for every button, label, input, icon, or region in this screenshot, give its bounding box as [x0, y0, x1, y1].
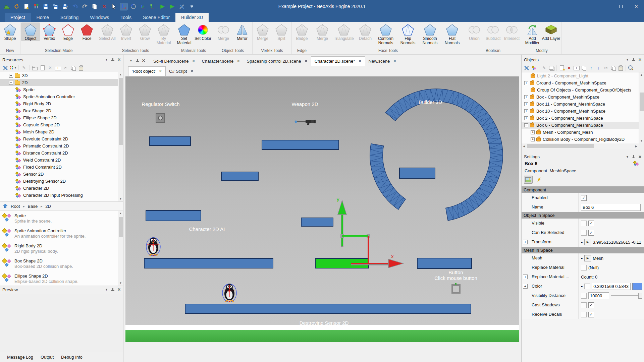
object-row-mesh[interactable]: +Mesh - Component_Mesh — [522, 129, 644, 136]
duplicate-icon[interactable] — [580, 65, 587, 71]
save-as-icon[interactable] — [62, 3, 69, 10]
can-be-selected-checkbox[interactable]: ✓ — [588, 230, 594, 236]
paste-icon[interactable] — [617, 65, 624, 71]
tab-scripting[interactable]: Scripting — [55, 13, 84, 22]
tab-tools[interactable]: Tools — [115, 13, 137, 22]
tree-item[interactable]: Distance Constraint 2D — [0, 149, 123, 157]
pin-icon[interactable] — [136, 59, 139, 63]
conform-normals-button[interactable]: Conform Normals — [375, 22, 397, 45]
tree-item[interactable]: Character 2D — [0, 185, 123, 192]
object-row-box-10[interactable]: +Box 10 - Component_MeshInSpace — [522, 108, 644, 115]
save-icon[interactable] — [42, 3, 49, 10]
events-view-button[interactable]: ⚡︎ — [535, 176, 543, 184]
display-options-icon[interactable]: ▼ — [10, 65, 17, 71]
tree-item[interactable]: Revolute Constraint 2D — [0, 135, 123, 142]
name-input[interactable] — [581, 204, 641, 211]
platform-box[interactable] — [301, 218, 333, 227]
flip-normals-button[interactable]: Flip Normals — [397, 22, 419, 45]
panel-menu-icon[interactable]: ▼ — [626, 155, 629, 159]
doc-tab-new-scene[interactable]: New.scene✕ — [365, 56, 400, 66]
object-row-box-6[interactable]: −Box 6 - Component_MeshInSpace — [522, 122, 644, 129]
character-penguin-sprite[interactable] — [222, 282, 237, 302]
list-item[interactable]: Rigid Body 2D2D rigid physical body. — [0, 241, 123, 256]
list-item[interactable]: Ellipse Shape 2DEllipse-based 2D collisi… — [0, 271, 123, 286]
description-scrollbar[interactable]: ▲▼ — [118, 211, 123, 286]
default-flag-box[interactable] — [581, 302, 587, 308]
tree-item[interactable]: Sensor 2D — [0, 171, 123, 178]
tree-item[interactable]: Prismatic Constraint 2D — [0, 142, 123, 149]
close-tab-icon[interactable]: ✕ — [304, 59, 307, 63]
tab-project[interactable]: Project — [5, 13, 31, 22]
close-button[interactable]: ✕ — [629, 0, 644, 13]
close-tab-icon[interactable]: ✕ — [159, 69, 162, 73]
delete-icon[interactable]: ✕ — [47, 65, 54, 71]
move-down-icon[interactable]: ↓ — [595, 65, 602, 71]
set-material-button[interactable]: Set Material — [175, 22, 194, 45]
object-row-box-11[interactable]: +Box 11 - Component_MeshInSpace — [522, 101, 644, 108]
default-flag-box[interactable] — [581, 221, 587, 226]
button-sprite[interactable] — [451, 284, 461, 294]
edit-icon[interactable]: ✎ — [541, 65, 548, 71]
play-icon[interactable]: ▶ — [159, 3, 166, 10]
doc-tab-scifi-demo[interactable]: Sci-fi Demo.scene✕ — [150, 56, 199, 66]
doc-tab-character[interactable]: Character.scene✕ — [199, 56, 244, 66]
select-cursor-icon[interactable] — [110, 3, 117, 10]
platform-box[interactable] — [417, 258, 472, 269]
rename-icon[interactable] — [573, 65, 580, 71]
shape-button[interactable]: Shape — [1, 22, 19, 41]
default-flag-box[interactable] — [581, 230, 587, 236]
tree-item[interactable]: Destroying Sensor 2D — [0, 178, 123, 185]
rotate-tool-icon[interactable] — [130, 3, 137, 10]
tab-list-icon[interactable]: ▼ — [129, 59, 132, 62]
new-object-icon[interactable] — [558, 65, 565, 71]
tree-item[interactable]: Box Shape 2D — [0, 107, 123, 114]
list-item[interactable]: Sprite Animation ControllerAn animation … — [0, 226, 123, 241]
intersect-button[interactable]: Intersect — [502, 22, 521, 41]
vertex-mode-button[interactable]: Vertex — [40, 22, 59, 41]
display-options-icon[interactable] — [531, 65, 538, 71]
close-icon[interactable]: ✕ — [638, 155, 642, 159]
markers-icon[interactable] — [33, 3, 40, 10]
close-tab-icon[interactable]: ✕ — [393, 59, 396, 63]
replace-material-value[interactable]: (Null) — [588, 265, 599, 270]
import-icon[interactable] — [31, 65, 38, 71]
tools-options-icon[interactable] — [2, 65, 9, 71]
visibility-distance-input[interactable] — [588, 292, 609, 299]
list-item[interactable]: Box Shape 2DBox-based 2D collision shape… — [0, 256, 123, 271]
by-material-button[interactable]: By Material — [154, 22, 173, 45]
mesh-dropdown-button[interactable]: ▶ — [584, 255, 591, 261]
bridge-button[interactable]: Bridge — [292, 22, 311, 41]
close-icon[interactable]: ✕ — [117, 57, 121, 62]
transform-value[interactable]: 3.99561518626615 -0.11 — [593, 240, 641, 245]
weapon-sprite[interactable] — [294, 118, 316, 125]
character-penguin-sprite[interactable] — [146, 236, 161, 256]
platform-box[interactable] — [185, 304, 471, 314]
tree-item[interactable]: Fixed Constraint 2D — [0, 164, 123, 171]
transform-dropdown-button[interactable]: ▶ — [584, 239, 591, 245]
object-row-group-of-objects[interactable]: Group Of Objects - Component_GroupOfObje… — [522, 86, 644, 94]
search-icon[interactable] — [627, 65, 634, 71]
merge-objects-button[interactable]: Merge — [214, 22, 233, 41]
platform-box[interactable] — [399, 168, 435, 179]
default-flag-box[interactable] — [581, 293, 587, 299]
receive-decals-checkbox[interactable]: ✓ — [588, 312, 594, 317]
color-swatch[interactable] — [632, 283, 642, 290]
object-row-light-2[interactable]: Light 2 - Component_Light — [522, 72, 644, 79]
tab-message-log[interactable]: Message Log — [4, 353, 36, 362]
tree-folder-3d[interactable]: +3D — [0, 72, 123, 79]
windows-icon[interactable] — [548, 65, 555, 71]
neoaxis-logo-icon[interactable] — [3, 3, 10, 10]
scale-tool-icon[interactable] — [149, 3, 156, 10]
rename-icon[interactable] — [54, 65, 61, 71]
grow-button[interactable]: Grow — [136, 22, 154, 41]
options-wrench-icon[interactable] — [178, 3, 185, 10]
close-tab-icon[interactable]: ✕ — [192, 59, 195, 63]
panel-menu-icon[interactable]: ▼ — [626, 58, 629, 61]
undo-icon[interactable] — [71, 3, 78, 10]
split-button[interactable]: Split — [272, 22, 291, 41]
maximize-button[interactable] — [613, 0, 629, 13]
move-tool-icon[interactable] — [120, 3, 127, 10]
run-icon[interactable]: ▶ — [169, 3, 176, 10]
redo-icon[interactable] — [81, 3, 88, 10]
panel-menu-icon[interactable]: ▼ — [105, 58, 108, 61]
